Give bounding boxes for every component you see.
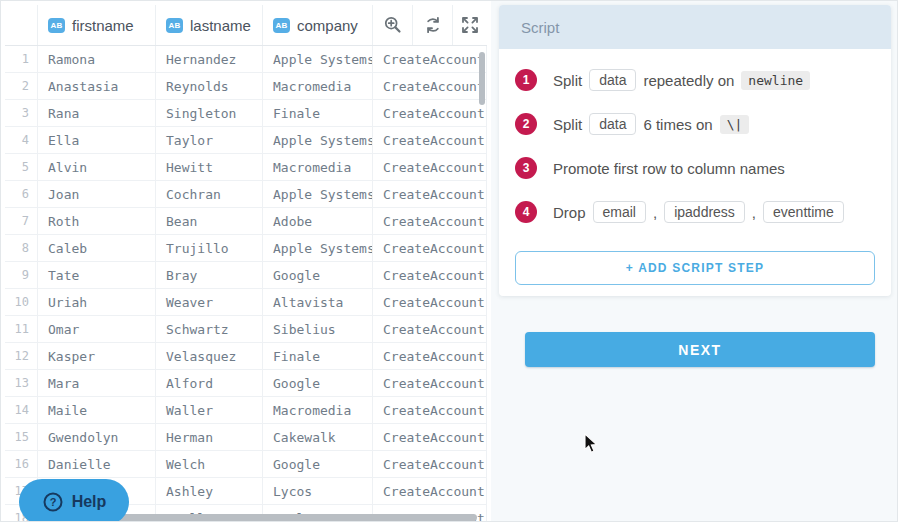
- cell-lastname[interactable]: Bean: [156, 208, 263, 235]
- row-number: 11: [5, 316, 38, 343]
- cell-company[interactable]: Google: [263, 262, 373, 289]
- cell-company[interactable]: Adobe: [263, 208, 373, 235]
- cell-firstname[interactable]: Joan: [38, 181, 156, 208]
- cell-firstname[interactable]: Rana: [38, 100, 156, 127]
- cell-firstname[interactable]: Gwendolyn: [38, 424, 156, 451]
- cell-company[interactable]: Sibelius: [263, 316, 373, 343]
- cell-company[interactable]: Macromedia: [263, 154, 373, 181]
- cell-event[interactable]: CreateAccount: [373, 73, 487, 100]
- cell-lastname[interactable]: Reynolds: [156, 73, 263, 100]
- cell-company[interactable]: Finale: [263, 343, 373, 370]
- cell-firstname[interactable]: Ramona: [38, 46, 156, 73]
- cell-company[interactable]: Google: [263, 370, 373, 397]
- step-token-chip[interactable]: data: [589, 69, 636, 91]
- row-number-header: [5, 5, 38, 45]
- cell-lastname[interactable]: Singleton: [156, 100, 263, 127]
- script-step-1[interactable]: 1Splitdatarepeatedly onnewline: [515, 58, 875, 102]
- column-header-firstname[interactable]: AB firstname: [38, 5, 156, 45]
- cell-event[interactable]: CreateAccount: [373, 343, 487, 370]
- cell-lastname[interactable]: Alford: [156, 370, 263, 397]
- vertical-scrollbar-thumb[interactable]: [479, 52, 485, 105]
- script-step-4[interactable]: 4Dropemail,ipaddress,eventtime: [515, 190, 875, 234]
- cell-event[interactable]: CreateAccount: [373, 397, 487, 424]
- step-description: Splitdata6 times on\|: [550, 113, 753, 135]
- cell-lastname[interactable]: Weaver: [156, 289, 263, 316]
- cell-firstname[interactable]: Tate: [38, 262, 156, 289]
- horizontal-scrollbar-thumb[interactable]: [117, 514, 477, 521]
- table-row: 1 Ramona Hernandez Apple Systems CreateA…: [5, 46, 487, 73]
- zoom-in-icon[interactable]: [373, 5, 413, 45]
- help-button[interactable]: ? Help: [19, 479, 129, 522]
- cell-company[interactable]: Apple Systems: [263, 235, 373, 262]
- refresh-icon[interactable]: [413, 5, 453, 45]
- cell-firstname[interactable]: Uriah: [38, 289, 156, 316]
- cell-firstname[interactable]: Omar: [38, 316, 156, 343]
- cell-lastname[interactable]: Ashley: [156, 478, 263, 505]
- step-token-chip[interactable]: \|: [720, 115, 750, 134]
- row-number: 15: [5, 424, 38, 451]
- cell-company[interactable]: Apple Systems: [263, 46, 373, 73]
- cell-lastname[interactable]: Taylor: [156, 127, 263, 154]
- cell-lastname[interactable]: Bray: [156, 262, 263, 289]
- cell-event[interactable]: CreateAccount: [373, 478, 487, 505]
- cell-event[interactable]: CreateAccount: [373, 46, 487, 73]
- cell-company[interactable]: Lycos: [263, 478, 373, 505]
- cell-event[interactable]: CreateAccount: [373, 181, 487, 208]
- table-row: 15 Gwendolyn Herman Cakewalk CreateAccou…: [5, 424, 487, 451]
- cell-firstname[interactable]: Danielle: [38, 451, 156, 478]
- step-token-chip[interactable]: data: [589, 113, 636, 135]
- cell-company[interactable]: Altavista: [263, 289, 373, 316]
- cell-company[interactable]: Macromedia: [263, 73, 373, 100]
- cell-event[interactable]: CreateAccount: [373, 451, 487, 478]
- step-token-chip[interactable]: newline: [741, 71, 810, 90]
- cell-lastname[interactable]: Cochran: [156, 181, 263, 208]
- cell-company[interactable]: Apple Systems: [263, 181, 373, 208]
- cell-company[interactable]: Google: [263, 451, 373, 478]
- cell-lastname[interactable]: Velasquez: [156, 343, 263, 370]
- cell-event[interactable]: CreateAccount: [373, 154, 487, 181]
- cell-firstname[interactable]: Anastasia: [38, 73, 156, 100]
- cell-firstname[interactable]: Kasper: [38, 343, 156, 370]
- step-token-chip[interactable]: email: [593, 201, 646, 223]
- step-description: Dropemail,ipaddress,eventtime: [550, 201, 848, 223]
- cell-firstname[interactable]: Maile: [38, 397, 156, 424]
- cell-company[interactable]: Macromedia: [263, 397, 373, 424]
- cell-firstname[interactable]: Caleb: [38, 235, 156, 262]
- cell-firstname[interactable]: Ella: [38, 127, 156, 154]
- cell-lastname[interactable]: Waller: [156, 397, 263, 424]
- step-token-chip[interactable]: eventtime: [763, 201, 844, 223]
- cell-firstname[interactable]: Roth: [38, 208, 156, 235]
- row-number: 8: [5, 235, 38, 262]
- step-text: Split: [553, 116, 582, 133]
- cell-lastname[interactable]: Trujillo: [156, 235, 263, 262]
- cell-company[interactable]: Apple Systems: [263, 127, 373, 154]
- cell-firstname[interactable]: Mara: [38, 370, 156, 397]
- cell-firstname[interactable]: Alvin: [38, 154, 156, 181]
- cell-lastname[interactable]: Hewitt: [156, 154, 263, 181]
- cell-lastname[interactable]: Hernandez: [156, 46, 263, 73]
- cell-event[interactable]: CreateAccount: [373, 424, 487, 451]
- cell-event[interactable]: CreateAccount: [373, 235, 487, 262]
- cell-event[interactable]: CreateAccount: [373, 127, 487, 154]
- cell-company[interactable]: Finale: [263, 100, 373, 127]
- script-step-2[interactable]: 2Splitdata6 times on\|: [515, 102, 875, 146]
- cell-event[interactable]: CreateAccount: [373, 370, 487, 397]
- cell-company[interactable]: Cakewalk: [263, 424, 373, 451]
- next-button[interactable]: NEXT: [525, 332, 875, 367]
- cell-lastname[interactable]: Welch: [156, 451, 263, 478]
- cell-event[interactable]: CreateAccount: [373, 316, 487, 343]
- cell-event[interactable]: CreateAccount: [373, 289, 487, 316]
- step-token-chip[interactable]: ipaddress: [664, 201, 745, 223]
- svg-text:?: ?: [49, 496, 56, 508]
- cell-lastname[interactable]: Herman: [156, 424, 263, 451]
- expand-icon[interactable]: [453, 5, 487, 45]
- cell-event[interactable]: CreateAccount: [373, 100, 487, 127]
- script-step-3[interactable]: 3Promote first row to column names: [515, 146, 875, 190]
- cell-lastname[interactable]: Schwartz: [156, 316, 263, 343]
- cell-event[interactable]: CreateAccount: [373, 208, 487, 235]
- column-header-lastname[interactable]: AB lastname: [156, 5, 263, 45]
- app-window: AB firstname AB lastname AB company: [0, 0, 898, 522]
- cell-event[interactable]: CreateAccount: [373, 262, 487, 289]
- column-header-company[interactable]: AB company: [263, 5, 373, 45]
- add-script-step-button[interactable]: + ADD SCRIPT STEP: [515, 251, 875, 285]
